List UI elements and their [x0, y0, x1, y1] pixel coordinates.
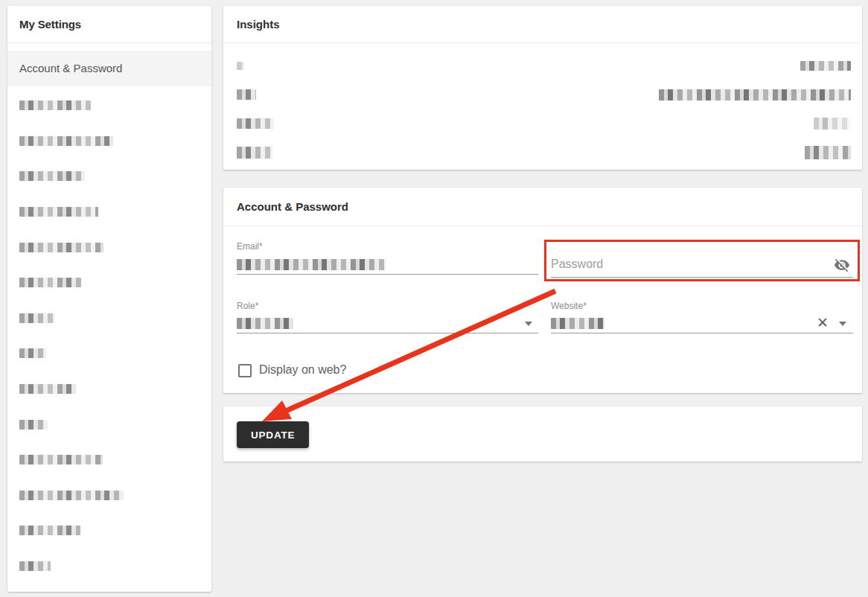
display-on-web-checkbox[interactable]: [238, 364, 252, 377]
role-label: Role*: [237, 301, 258, 311]
password-input[interactable]: [551, 252, 853, 278]
sidebar-item-redacted[interactable]: [19, 229, 200, 265]
account-password-title: Account & Password: [223, 188, 862, 226]
role-select[interactable]: [237, 314, 538, 333]
email-value-redacted: [237, 259, 386, 270]
website-value-redacted: [551, 318, 604, 329]
sidebar-item-redacted[interactable]: [19, 159, 200, 194]
sidebar-title: My Settings: [7, 6, 211, 43]
insight-row: [237, 144, 851, 162]
account-password-panel: Account & Password Email* Role* Website*…: [223, 188, 862, 393]
insights-panel: Insights: [223, 6, 862, 170]
sidebar-item-redacted[interactable]: [19, 194, 200, 230]
sidebar-item-redacted[interactable]: [19, 371, 200, 407]
sidebar-item-redacted[interactable]: [19, 265, 200, 301]
sidebar-menu: [19, 88, 200, 584]
chevron-down-icon[interactable]: [525, 322, 532, 326]
sidebar-item-redacted[interactable]: [19, 88, 200, 124]
insight-row: [237, 115, 851, 133]
website-select[interactable]: [551, 314, 853, 333]
sidebar-item-redacted[interactable]: [19, 513, 200, 549]
sidebar-item-redacted[interactable]: [19, 549, 200, 584]
close-icon[interactable]: ✕: [817, 316, 829, 330]
settings-page: My Settings Account & Password Insights: [0, 0, 868, 597]
insights-title: Insights: [223, 6, 862, 43]
sidebar-item-redacted[interactable]: [19, 124, 200, 159]
sidebar-item-redacted[interactable]: [19, 406, 200, 442]
sidebar-item-redacted[interactable]: [19, 301, 200, 336]
sidebar-item-redacted[interactable]: [19, 442, 200, 478]
sidebar-item-redacted[interactable]: [19, 478, 200, 514]
update-panel: UPDATE: [223, 406, 862, 462]
sidebar: My Settings Account & Password: [7, 6, 211, 592]
sidebar-item-account-password[interactable]: Account & Password: [7, 51, 211, 86]
insight-row: [237, 86, 851, 103]
update-button[interactable]: UPDATE: [237, 421, 309, 448]
insight-row: [237, 57, 851, 74]
display-on-web-label: Display on web?: [259, 363, 346, 377]
sidebar-item-redacted[interactable]: [19, 336, 200, 371]
email-field[interactable]: [237, 255, 538, 275]
chevron-down-icon[interactable]: [839, 322, 846, 326]
email-label: Email*: [237, 241, 263, 252]
website-label: Website*: [551, 301, 587, 311]
role-value-redacted: [237, 318, 293, 329]
visibility-off-icon[interactable]: [832, 257, 852, 273]
